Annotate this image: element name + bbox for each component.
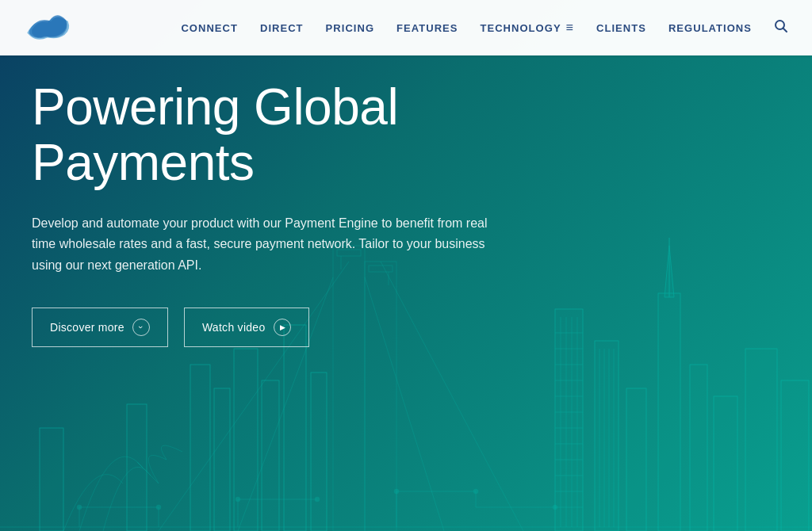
svg-rect-38 bbox=[745, 349, 777, 531]
svg-line-67 bbox=[783, 28, 787, 32]
nav-direct[interactable]: DIRECT bbox=[260, 22, 304, 34]
header: CONNECT DIRECT PRICING FEATURES TECHNOLO… bbox=[0, 0, 812, 55]
play-icon: ▶ bbox=[274, 319, 291, 336]
svg-rect-10 bbox=[555, 309, 583, 531]
svg-rect-39 bbox=[781, 380, 809, 531]
svg-rect-32 bbox=[626, 388, 646, 531]
nav-connect[interactable]: CONNECT bbox=[181, 22, 238, 34]
svg-rect-58 bbox=[214, 388, 230, 531]
menu-icon: ≡ bbox=[566, 21, 574, 35]
svg-rect-63 bbox=[127, 404, 147, 531]
svg-point-54 bbox=[394, 489, 399, 494]
svg-point-55 bbox=[473, 489, 478, 494]
svg-rect-59 bbox=[234, 349, 258, 531]
search-icon[interactable] bbox=[774, 19, 788, 37]
chevron-down-icon: › bbox=[132, 319, 150, 336]
hero-content: Powering Global Payments Develop and aut… bbox=[32, 79, 492, 347]
discover-more-button[interactable]: Discover more › bbox=[32, 308, 168, 347]
nav-pricing[interactable]: PRICING bbox=[326, 22, 374, 34]
svg-rect-61 bbox=[284, 325, 306, 531]
svg-rect-36 bbox=[690, 365, 707, 531]
nav-features[interactable]: FEATURES bbox=[396, 22, 458, 34]
hero-title: Powering Global Payments bbox=[32, 79, 492, 191]
main-nav: CONNECT DIRECT PRICING FEATURES TECHNOLO… bbox=[181, 19, 788, 37]
svg-point-46 bbox=[77, 505, 82, 510]
svg-point-56 bbox=[553, 505, 557, 510]
svg-rect-27 bbox=[595, 341, 619, 531]
logo[interactable] bbox=[24, 8, 71, 48]
watch-video-button[interactable]: Watch video ▶ bbox=[184, 308, 309, 347]
svg-rect-33 bbox=[658, 293, 680, 531]
nav-technology[interactable]: TECHNOLOGY ≡ bbox=[480, 21, 574, 35]
svg-point-47 bbox=[156, 505, 161, 510]
nav-regulations[interactable]: REGULATIONS bbox=[668, 22, 752, 34]
nav-clients[interactable]: CLIENTS bbox=[596, 22, 646, 34]
svg-rect-60 bbox=[262, 380, 279, 531]
hero-subtitle: Develop and automate your product with o… bbox=[32, 213, 492, 276]
hero-buttons: Discover more › Watch video ▶ bbox=[32, 308, 492, 347]
svg-rect-62 bbox=[311, 372, 327, 531]
svg-rect-37 bbox=[714, 396, 737, 531]
svg-rect-64 bbox=[40, 428, 63, 531]
svg-rect-57 bbox=[190, 365, 210, 531]
